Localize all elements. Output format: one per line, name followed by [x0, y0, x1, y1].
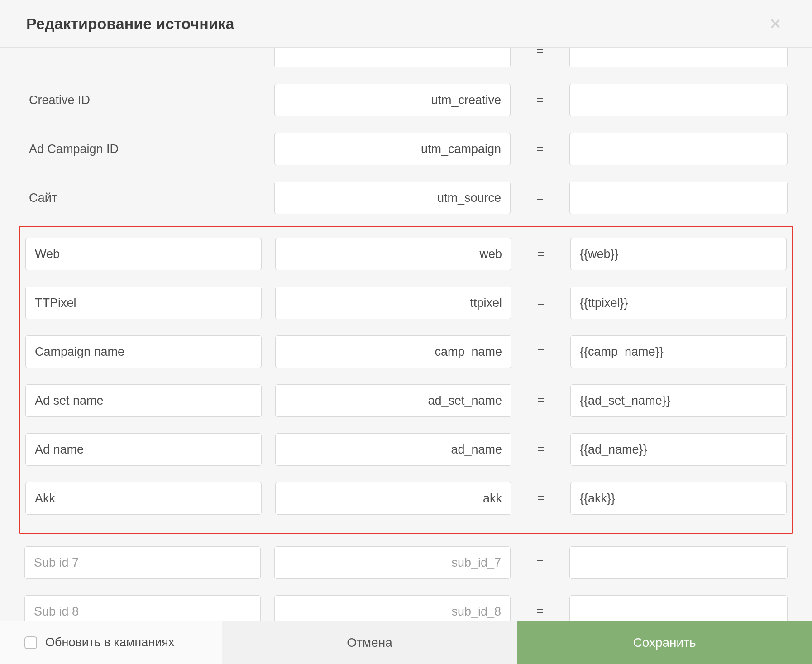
- param-row: =: [24, 48, 788, 67]
- value-input[interactable]: [570, 433, 787, 466]
- name-input[interactable]: [25, 384, 262, 417]
- equals-sign: =: [525, 492, 557, 506]
- update-label: Обновить в кампаниях: [45, 635, 174, 650]
- modal-body: = Creative ID = Ad Campaign ID = Сайт =: [0, 48, 812, 621]
- param-input[interactable]: [275, 335, 511, 368]
- param-row-adsetname: =: [25, 384, 787, 417]
- value-input[interactable]: [570, 482, 787, 515]
- equals-sign: =: [524, 48, 556, 58]
- param-row-ttpixel: =: [25, 287, 787, 319]
- param-input[interactable]: [275, 433, 511, 466]
- name-input[interactable]: [25, 482, 262, 515]
- name-input[interactable]: [25, 433, 262, 466]
- equals-sign: =: [525, 296, 557, 310]
- name-input[interactable]: [25, 335, 262, 368]
- param-input[interactable]: [274, 133, 511, 165]
- param-row-site: Сайт =: [24, 182, 788, 214]
- param-row-campaign: Ad Campaign ID =: [24, 133, 788, 165]
- row-label: Ad Campaign ID: [24, 142, 261, 156]
- equals-sign: =: [524, 142, 556, 156]
- value-input[interactable]: [570, 238, 787, 270]
- save-button[interactable]: Сохранить: [517, 621, 812, 664]
- param-row-web: =: [25, 238, 787, 270]
- name-input[interactable]: [24, 546, 261, 579]
- param-row-akk: =: [25, 482, 787, 515]
- equals-sign: =: [524, 93, 556, 107]
- edit-source-modal: Редактирование источника × = Creative ID…: [0, 0, 812, 664]
- value-input[interactable]: [570, 335, 787, 368]
- equals-sign: =: [524, 605, 556, 619]
- modal-header: Редактирование источника ×: [0, 0, 812, 48]
- param-row-subid7: =: [24, 546, 788, 579]
- value-input[interactable]: [570, 287, 787, 319]
- value-input[interactable]: [570, 384, 787, 417]
- row-label: Сайт: [24, 191, 261, 205]
- param-row-adname: =: [25, 433, 787, 466]
- value-input[interactable]: [569, 546, 788, 579]
- param-input[interactable]: [274, 182, 511, 214]
- value-input[interactable]: [569, 48, 788, 67]
- param-input[interactable]: [275, 482, 511, 515]
- equals-sign: =: [524, 556, 556, 570]
- param-input[interactable]: [275, 238, 511, 270]
- value-input[interactable]: [569, 84, 788, 116]
- param-input[interactable]: [274, 48, 511, 67]
- value-input[interactable]: [569, 595, 788, 621]
- param-input[interactable]: [274, 84, 511, 116]
- checkbox-icon[interactable]: [24, 636, 37, 649]
- row-label: Creative ID: [24, 93, 261, 107]
- close-icon[interactable]: ×: [765, 14, 786, 33]
- param-row-creative: Creative ID =: [24, 84, 788, 116]
- param-input[interactable]: [274, 595, 511, 621]
- cancel-button[interactable]: Отмена: [222, 621, 517, 664]
- modal-title: Редактирование источника: [26, 15, 234, 33]
- equals-sign: =: [525, 247, 557, 261]
- equals-sign: =: [525, 394, 557, 408]
- param-input[interactable]: [275, 287, 511, 319]
- param-input[interactable]: [274, 546, 511, 579]
- update-in-campaigns[interactable]: Обновить в кампаниях: [0, 621, 222, 664]
- param-input[interactable]: [275, 384, 511, 417]
- value-input[interactable]: [569, 133, 788, 165]
- param-row-subid8: =: [24, 595, 788, 621]
- equals-sign: =: [525, 345, 557, 359]
- name-input[interactable]: [24, 595, 261, 621]
- modal-footer: Обновить в кампаниях Отмена Сохранить: [0, 621, 812, 664]
- equals-sign: =: [525, 443, 557, 457]
- param-row-campname: =: [25, 335, 787, 368]
- equals-sign: =: [524, 191, 556, 205]
- name-input[interactable]: [25, 287, 262, 319]
- value-input[interactable]: [569, 182, 788, 214]
- name-input[interactable]: [25, 238, 262, 270]
- highlighted-params: = = = =: [19, 226, 793, 534]
